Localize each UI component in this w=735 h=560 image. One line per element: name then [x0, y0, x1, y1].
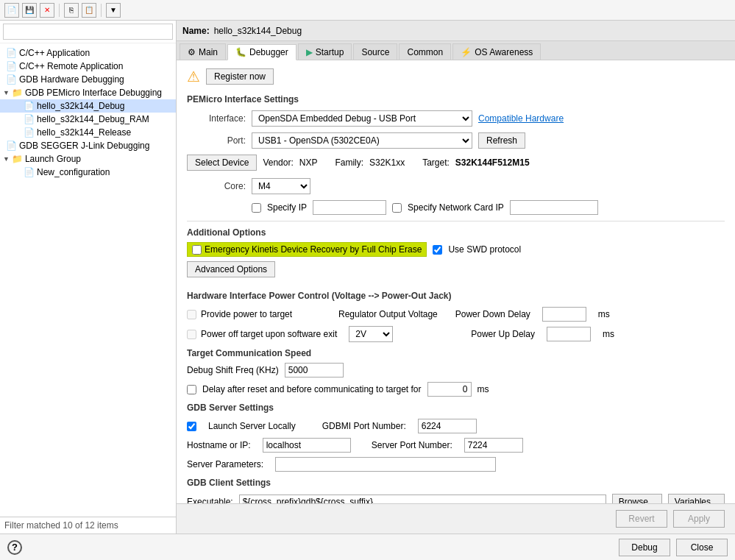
vendor-value: NXP	[299, 157, 318, 168]
gdbmi-port-input[interactable]	[418, 419, 477, 433]
server-port-input[interactable]	[464, 438, 523, 453]
specify-network-checkbox[interactable]	[392, 203, 402, 213]
tab-startup[interactable]: ▶ Startup	[298, 43, 352, 60]
tree-item-gdb-segger[interactable]: 📄 GDB SEGGER J-Link Debugging	[0, 139, 176, 152]
power-off-label: Power off target upon software exit	[201, 329, 337, 339]
revert-btn[interactable]: Revert	[616, 510, 667, 528]
os-awareness-tab-label: OS Awareness	[475, 47, 533, 57]
gdb-pemicro-expand-icon: ▼	[3, 89, 10, 96]
specify-network-label: Specify Network Card IP	[408, 202, 504, 213]
delay-input[interactable]	[427, 382, 472, 397]
compatible-hw-link[interactable]: Compatible Hardware	[478, 113, 564, 124]
tree-item-launch-group[interactable]: ▼ 📁 Launch Group	[0, 152, 176, 166]
name-value: hello_s32k144_Debug	[214, 26, 302, 36]
common-tab-label: Common	[407, 47, 443, 57]
tree-item-hello-release[interactable]: 📄 hello_s32k144_Release	[0, 126, 176, 139]
voltage-select[interactable]: 2V	[349, 326, 393, 342]
toolbar-copy-btn[interactable]: ⎘	[64, 3, 79, 18]
tree-item-gdb-pemicro[interactable]: ▼ 📁 GDB PEMicro Interface Debugging	[0, 86, 176, 99]
select-device-btn[interactable]: Select Device	[187, 155, 257, 171]
toolbar-menu-btn[interactable]: ▼	[106, 3, 121, 18]
port-row: Port: USB1 - OpenSDA (5302CE0A) Refresh	[187, 132, 725, 149]
toolbar-close-btn[interactable]: ✕	[40, 3, 54, 18]
close-btn[interactable]: Close	[676, 539, 728, 556]
interface-select[interactable]: OpenSDA Embedded Debug - USB Port	[252, 110, 472, 127]
gdb-segger-label: GDB SEGGER J-Link Debugging	[19, 141, 149, 151]
power-down-input[interactable]	[542, 307, 586, 322]
use-swd-checkbox[interactable]	[433, 245, 442, 255]
gdb-pemicro-folder-icon: 📁	[12, 88, 23, 98]
help-icon[interactable]: ?	[7, 540, 22, 555]
cpp-remote-icon: 📄	[6, 61, 17, 71]
tab-common[interactable]: Common	[399, 43, 451, 60]
vendor-label: Vendor:	[263, 157, 293, 168]
warning-icon: ⚠	[187, 68, 200, 85]
pem-section-title: PEMicro Interface Settings	[187, 94, 725, 104]
hello-debug-ram-label: hello_s32k144_Debug_RAM	[37, 114, 149, 124]
name-bar: Name: hello_s32k144_Debug	[177, 21, 735, 41]
os-awareness-tab-icon: ⚡	[461, 47, 472, 57]
delay-label: Delay after reset and before communicati…	[202, 384, 422, 394]
core-label: Core:	[187, 181, 246, 191]
power-down-label: Power Down Delay	[455, 309, 530, 319]
variables-btn[interactable]: Variables...	[668, 494, 725, 503]
tab-source[interactable]: Source	[353, 43, 397, 60]
specify-ip-input[interactable]	[313, 200, 386, 215]
specify-ip-checkbox[interactable]	[252, 203, 261, 213]
tree-item-cpp-application[interactable]: 📄 C/C++ Application	[0, 46, 176, 60]
name-label: Name:	[182, 26, 210, 36]
register-now-btn[interactable]: Register now	[206, 68, 274, 85]
exec-row: Executable: Browse... Variables...	[187, 494, 725, 503]
left-search-input[interactable]	[3, 24, 173, 40]
tab-main[interactable]: ⚙ Main	[180, 43, 226, 60]
launch-server-checkbox[interactable]	[187, 422, 196, 431]
left-bottom: Filter matched 10 of 12 items	[0, 517, 176, 534]
debug-btn[interactable]: Debug	[619, 539, 670, 556]
provide-power-checkbox[interactable]	[187, 310, 196, 319]
advanced-options-btn[interactable]: Advanced Options	[187, 261, 275, 277]
tree-item-new-config[interactable]: 📄 New_configuration	[0, 166, 176, 179]
toolbar-save-btn[interactable]: 💾	[22, 3, 37, 18]
emergency-checkbox-group: Emergency Kinetis Device Recovery by Ful…	[187, 242, 427, 257]
family-value: S32K1xx	[369, 157, 405, 168]
exec-input[interactable]	[239, 495, 606, 503]
core-select[interactable]: M4	[252, 178, 310, 194]
emergency-checkbox[interactable]	[192, 245, 202, 255]
hello-release-icon: 📄	[24, 127, 35, 138]
tab-debugger[interactable]: 🐛 Debugger	[227, 44, 297, 60]
power-up-label: Power Up Delay	[471, 329, 535, 339]
power-off-checkbox[interactable]	[187, 330, 196, 339]
core-row: Core: M4	[187, 178, 725, 194]
tree-item-hello-debug-ram[interactable]: 📄 hello_s32k144_Debug_RAM	[0, 113, 176, 126]
delay-unit: ms	[477, 384, 489, 394]
browse-btn[interactable]: Browse...	[612, 494, 662, 503]
refresh-btn[interactable]: Refresh	[478, 132, 525, 149]
server-params-label: Server Parameters:	[187, 459, 263, 469]
gdb-client-title: GDB Client Settings	[187, 478, 725, 488]
delay-checkbox[interactable]	[187, 385, 196, 394]
tree-item-gdb-hw[interactable]: 📄 GDB Hardware Debugging	[0, 73, 176, 86]
toolbar-new-btn[interactable]: 📄	[4, 3, 19, 18]
left-search-area	[0, 21, 176, 43]
power-section-title: Hardware Interface Power Control (Voltag…	[187, 291, 725, 301]
apply-btn[interactable]: Apply	[673, 510, 725, 528]
hostname-input[interactable]	[263, 438, 351, 453]
toolbar-paste-btn[interactable]: 📋	[82, 3, 96, 18]
freq-row: Debug Shift Freq (KHz)	[187, 363, 725, 378]
power-up-input[interactable]	[547, 327, 591, 341]
freq-input[interactable]	[285, 363, 344, 378]
toolbar: 📄 💾 ✕ ⎘ 📋 ▼	[0, 0, 735, 21]
tree-item-hello-debug[interactable]: 📄 hello_s32k144_Debug	[0, 99, 176, 113]
gdb-segger-icon: 📄	[6, 141, 17, 151]
tree-item-cpp-remote[interactable]: 📄 C/C++ Remote Application	[0, 60, 176, 73]
emergency-label: Emergency Kinetis Device Recovery by Ful…	[205, 244, 422, 255]
server-params-input[interactable]	[275, 457, 496, 472]
power-up-unit: ms	[603, 329, 614, 339]
freq-label: Debug Shift Freq (KHz)	[187, 365, 279, 375]
specify-network-input[interactable]	[510, 200, 598, 215]
filter-status: Filter matched 10 of 12 items	[4, 520, 118, 531]
port-select[interactable]: USB1 - OpenSDA (5302CE0A)	[252, 132, 472, 149]
tab-os-awareness[interactable]: ⚡ OS Awareness	[452, 43, 541, 60]
cpp-app-label: C/C++ Application	[19, 48, 90, 58]
debugger-tab-label: Debugger	[249, 47, 288, 57]
